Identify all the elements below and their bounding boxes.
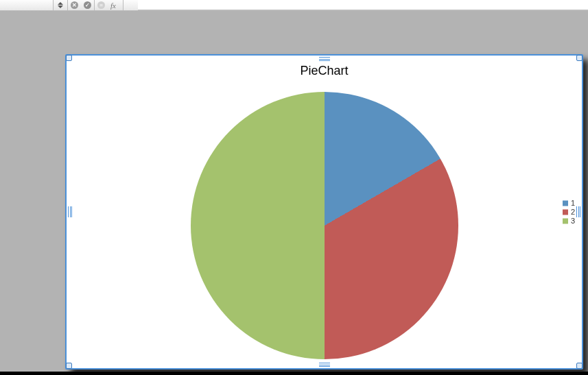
check-icon: ✓ [84,1,91,9]
legend: 123 [563,198,575,226]
resize-handle-top[interactable] [319,57,330,61]
pie-area [67,90,582,361]
name-box-spinner[interactable] [54,0,67,10]
legend-label: 1 [571,199,575,207]
legend-label: 3 [571,217,575,225]
cancel-button[interactable]: ✕ [68,0,81,10]
equals-icon: = [97,1,105,9]
resize-handle-tl[interactable] [66,55,72,61]
resize-handle-bottom[interactable] [319,363,330,367]
workspace: PieChart 123 [0,11,588,375]
chart-object[interactable]: PieChart 123 [65,54,583,370]
legend-label: 2 [571,208,575,216]
legend-swatch [563,200,568,206]
legend-swatch [563,218,568,223]
bottom-shadow [0,372,588,375]
pie-chart[interactable] [191,92,458,359]
resize-handle-tr[interactable] [576,55,583,61]
fx-label: fx [110,1,120,10]
fx-button[interactable]: fx [108,0,123,10]
legend-swatch [563,209,568,215]
chart-title: PieChart [67,64,582,78]
cancel-icon: ✕ [71,1,78,9]
legend-item[interactable]: 3 [563,217,575,225]
formula-toolbar: ✕ ✓ = fx [53,0,124,11]
legend-item[interactable]: 1 [563,199,575,207]
legend-item[interactable]: 2 [563,208,575,216]
resize-handle-bl[interactable] [66,363,72,369]
equals-button[interactable]: = [95,0,108,10]
resize-handle-br[interactable] [576,363,583,369]
formula-input[interactable] [138,0,588,10]
accept-button[interactable]: ✓ [81,0,94,10]
